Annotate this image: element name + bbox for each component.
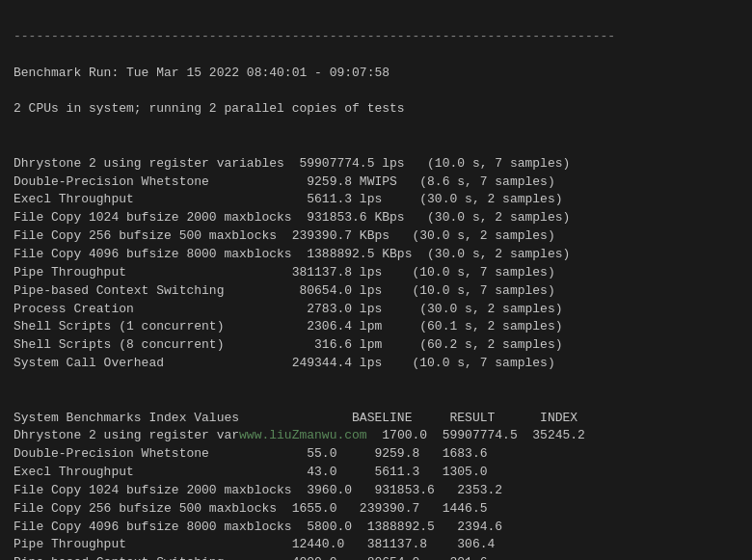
result-row: Execl Throughput 5611.3 lps (30.0 s, 2 s… xyxy=(13,192,563,206)
result-row: File Copy 4096 bufsize 8000 maxblocks 13… xyxy=(13,247,570,261)
index-row: Dhrystone 2 using register varwww.liuZma… xyxy=(13,428,585,442)
index-row: Pipe Throughput 12440.0 381137.8 306.4 xyxy=(13,537,495,551)
result-row: Process Creation 2783.0 lps (30.0 s, 2 s… xyxy=(13,302,563,316)
index-header: System Benchmarks Index Values BASELINE … xyxy=(13,411,577,425)
benchmark-run: Benchmark Run: Tue Mar 15 2022 08:40:01 … xyxy=(13,66,389,80)
index-row: Double-Precision Whetstone 55.0 9259.8 1… xyxy=(13,446,487,461)
result-row: Pipe-based Context Switching 80654.0 lps… xyxy=(13,283,555,298)
terminal-output: ----------------------------------------… xyxy=(13,10,739,560)
blank-1 xyxy=(13,138,21,152)
blank-2 xyxy=(13,392,21,407)
result-row: Pipe Throughput 381137.8 lps (10.0 s, 7 … xyxy=(13,265,555,280)
result-row: Shell Scripts (8 concurrent) 316.6 lpm (… xyxy=(13,337,563,352)
result-row: File Copy 256 bufsize 500 maxblocks 2393… xyxy=(13,228,555,243)
index-row: Execl Throughput 43.0 5611.3 1305.0 xyxy=(13,465,487,479)
index-section: System Benchmarks Index Values BASELINE … xyxy=(13,411,585,560)
index-row: Pipe-based Context Switching 4000.0 8065… xyxy=(13,555,487,560)
index-row: File Copy 1024 bufsize 2000 maxblocks 39… xyxy=(13,483,502,497)
cpu-info: 2 CPUs in system; running 2 parallel cop… xyxy=(13,101,405,116)
result-row: Dhrystone 2 using register variables 599… xyxy=(13,156,570,171)
index-row: File Copy 256 bufsize 500 maxblocks 1655… xyxy=(13,501,487,516)
result-row: Double-Precision Whetstone 9259.8 MWIPS … xyxy=(13,174,555,189)
result-row: System Call Overhead 249344.4 lps (10.0 … xyxy=(13,356,555,370)
separator-top: ----------------------------------------… xyxy=(13,29,615,43)
result-row: Shell Scripts (1 concurrent) 2306.4 lpm … xyxy=(13,319,563,333)
index-row: File Copy 4096 bufsize 8000 maxblocks 58… xyxy=(13,520,502,534)
result-row: File Copy 1024 bufsize 2000 maxblocks 93… xyxy=(13,210,570,225)
results-section: Dhrystone 2 using register variables 599… xyxy=(13,156,570,370)
watermark: www.liuZmanwu.com xyxy=(239,428,367,442)
